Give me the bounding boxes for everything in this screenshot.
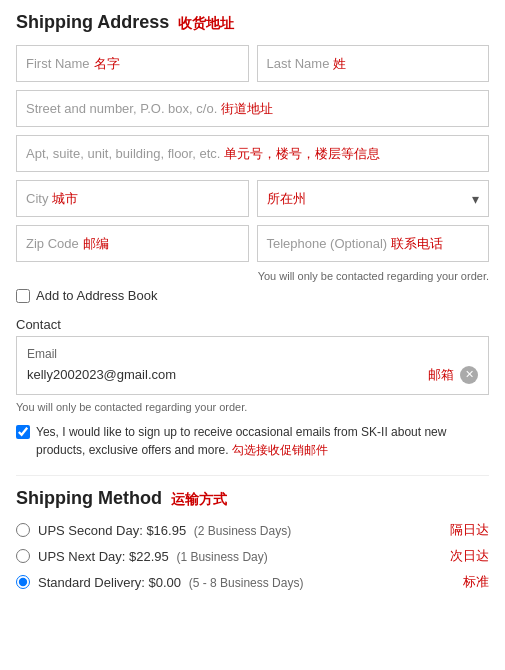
telephone-hint: You will only be contacted regarding you… <box>16 270 489 282</box>
shipping-option-1: UPS Next Day: $22.95 (1 Business Day) 次日… <box>16 547 489 565</box>
contact-title: Contact <box>16 317 489 332</box>
add-address-row: Add to Address Book <box>16 288 489 303</box>
contact-section: Contact Email 邮箱 ✕ You will only be cont… <box>16 317 489 413</box>
zip-phone-row: Zip Code 邮编 Telephone (Optional) 联系电话 <box>16 225 489 262</box>
apt-row: Apt, suite, unit, building, floor, etc. … <box>16 135 489 172</box>
add-address-label: Add to Address Book <box>36 288 157 303</box>
shipping-option-2: Standard Delivery: $0.00 (5 - 8 Business… <box>16 573 489 591</box>
last-name-group: Last Name 姓 <box>257 45 490 82</box>
shipping-address-section: Shipping Address 收货地址 First Name 名字 Last… <box>16 12 489 303</box>
shipping-address-title: Shipping Address 收货地址 <box>16 12 489 33</box>
shipping-cn-2: 标准 <box>463 573 489 591</box>
first-name-input[interactable] <box>16 45 249 82</box>
name-row: First Name 名字 Last Name 姓 <box>16 45 489 82</box>
email-cn: 邮箱 <box>428 366 454 384</box>
shipping-label-1: UPS Next Day: $22.95 (1 Business Day) <box>38 549 434 564</box>
shipping-cn-1: 次日达 <box>450 547 489 565</box>
contact-email-box: Email 邮箱 ✕ <box>16 336 489 395</box>
contact-note: You will only be contacted regarding you… <box>16 401 489 413</box>
shipping-method-section: Shipping Method 运输方式 UPS Second Day: $16… <box>16 475 489 591</box>
telephone-group: Telephone (Optional) 联系电话 <box>257 225 490 262</box>
shipping-label-0: UPS Second Day: $16.95 (2 Business Days) <box>38 523 434 538</box>
email-row: 邮箱 ✕ <box>27 365 478 384</box>
city-input[interactable] <box>16 180 249 217</box>
first-name-group: First Name 名字 <box>16 45 249 82</box>
promo-checkbox[interactable] <box>16 425 30 439</box>
shipping-method-title: Shipping Method 运输方式 <box>16 475 489 509</box>
promo-row: Yes, I would like to sign up to receive … <box>16 423 489 459</box>
add-address-checkbox[interactable] <box>16 289 30 303</box>
shipping-cn-0: 隔日达 <box>450 521 489 539</box>
zip-input[interactable] <box>16 225 249 262</box>
email-label: Email <box>27 347 478 361</box>
apt-input[interactable] <box>16 135 489 172</box>
state-select[interactable] <box>257 180 490 217</box>
promo-text: Yes, I would like to sign up to receive … <box>36 423 489 459</box>
last-name-input[interactable] <box>257 45 490 82</box>
street-row: Street and number, P.O. box, c/o. 街道地址 <box>16 90 489 127</box>
email-input[interactable] <box>27 365 422 384</box>
street-input[interactable] <box>16 90 489 127</box>
city-group: City 城市 <box>16 180 249 217</box>
shipping-option-0: UPS Second Day: $16.95 (2 Business Days)… <box>16 521 489 539</box>
telephone-input[interactable] <box>257 225 490 262</box>
zip-group: Zip Code 邮编 <box>16 225 249 262</box>
shipping-radio-1[interactable] <box>16 549 30 563</box>
shipping-radio-0[interactable] <box>16 523 30 537</box>
email-clear-button[interactable]: ✕ <box>460 366 478 384</box>
shipping-radio-2[interactable] <box>16 575 30 589</box>
state-group: 所在州 <box>257 180 490 217</box>
city-state-row: City 城市 所在州 <box>16 180 489 217</box>
shipping-label-2: Standard Delivery: $0.00 (5 - 8 Business… <box>38 575 447 590</box>
